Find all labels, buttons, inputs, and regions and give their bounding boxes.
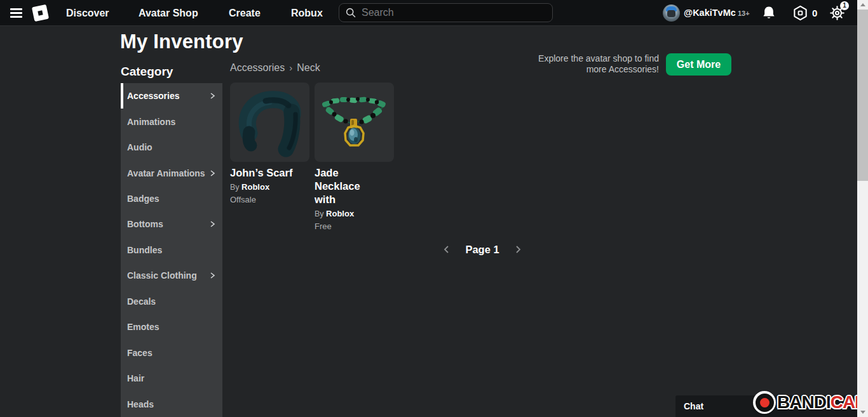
sidebar-item-label: Badges (127, 194, 159, 204)
search-input[interactable] (362, 7, 539, 18)
item-status: Offsale (230, 195, 309, 204)
chevron-right-icon (208, 272, 216, 279)
sidebar-item-label: Avatar Animations (127, 168, 205, 178)
sidebar-item-label: Hair (127, 373, 144, 383)
necklace-image (315, 83, 394, 162)
user-avatar[interactable] (663, 4, 680, 22)
item-thumbnail-jade-necklace[interactable] (315, 83, 394, 162)
item-creator-row: By Roblox (315, 209, 394, 218)
sidebar-item-decals[interactable]: Decals (121, 289, 222, 314)
inventory-item-card: Jade Necklace with By Roblox Free (315, 83, 394, 231)
sidebar-item-badges[interactable]: Badges (121, 186, 222, 211)
sidebar-item-label: Decals (127, 296, 156, 307)
search-icon (345, 7, 356, 18)
sidebar-item-label: Faces (127, 348, 153, 358)
item-name[interactable]: Jade Necklace with (315, 166, 381, 206)
page-title: My Inventory (120, 30, 243, 53)
top-navbar: Discover Avatar Shop Create Robux @KakiT… (0, 0, 868, 26)
settings-notification-badge: 1 (840, 1, 849, 10)
breadcrumb-separator-icon: › (289, 62, 292, 73)
age-badge: 13+ (738, 0, 750, 26)
scroll-up-arrow-icon[interactable] (857, 0, 868, 10)
chevron-right-icon (208, 92, 216, 100)
item-creator-row: By Roblox (230, 182, 309, 192)
scrollbar-thumb[interactable] (857, 10, 868, 181)
sidebar-item-heads[interactable]: Heads (121, 391, 222, 416)
sidebar-item-label: Accessories (127, 91, 180, 101)
creator-link[interactable]: Roblox (241, 182, 269, 192)
sidebar-item-label: Emotes (127, 322, 159, 332)
sidebar-item-label: Audio (127, 142, 153, 152)
sidebar-item-accessories[interactable]: Accessories (121, 83, 222, 109)
chat-title: Chat (684, 401, 703, 411)
nav-link-robux[interactable]: Robux (291, 0, 323, 26)
breadcrumb: Accessories›Neck (230, 62, 320, 74)
sidebar-item-classic-clothing[interactable]: Classic Clothing (121, 263, 222, 288)
robux-balance-icon[interactable] (792, 5, 809, 22)
sidebar-item-hair[interactable]: Hair (121, 366, 222, 391)
item-status: Free (315, 222, 394, 231)
by-label: By (315, 209, 324, 218)
sidebar-item-label: Bundles (127, 245, 162, 255)
robux-count[interactable]: 0 (812, 0, 817, 26)
pagination: Page 1 (442, 240, 523, 259)
sidebar-item-label: Heads (127, 399, 154, 409)
vertical-scrollbar[interactable] (857, 0, 868, 417)
sidebar-item-label: Classic Clothing (127, 270, 197, 281)
sidebar-item-avatar-animations[interactable]: Avatar Animations (121, 160, 222, 185)
username-label[interactable]: @KakiTvMc (684, 0, 736, 26)
search-bar[interactable] (339, 3, 553, 22)
chat-bar[interactable]: Chat (675, 395, 857, 417)
promo-line2: more Accessories! (494, 64, 659, 75)
by-label: By (230, 183, 240, 192)
nav-link-create[interactable]: Create (229, 0, 261, 26)
breadcrumb-accessories[interactable]: Accessories (230, 62, 285, 73)
sidebar-item-faces[interactable]: Faces (121, 340, 222, 366)
item-thumbnail-johns-scarf[interactable] (230, 83, 309, 162)
sidebar-item-emotes[interactable]: Emotes (121, 314, 222, 340)
roblox-logo-icon[interactable] (32, 4, 49, 22)
category-sidebar: Accessories Animations Audio Avatar Anim… (121, 83, 222, 417)
breadcrumb-neck[interactable]: Neck (297, 62, 320, 73)
sidebar-item-bundles[interactable]: Bundles (121, 237, 222, 263)
sidebar-item-audio[interactable]: Audio (121, 135, 222, 160)
chevron-right-icon (208, 220, 216, 228)
sidebar-item-label: Bottoms (127, 219, 163, 229)
page-indicator: Page 1 (465, 244, 499, 256)
item-name[interactable]: John’s Scarf (230, 166, 309, 180)
scroll-down-arrow-icon[interactable] (857, 407, 868, 417)
category-heading: Category (121, 65, 173, 79)
inventory-item-card: John’s Scarf By Roblox Offsale (230, 83, 309, 204)
sidebar-item-bottoms[interactable]: Bottoms (121, 211, 222, 237)
promo-message: Explore the avatar shop to find more Acc… (494, 53, 659, 75)
creator-link[interactable]: Roblox (326, 209, 354, 218)
chevron-right-icon (208, 169, 216, 177)
nav-link-discover[interactable]: Discover (66, 0, 109, 26)
get-more-button[interactable]: Get More (666, 53, 731, 76)
sidebar-item-label: Animations (127, 117, 175, 127)
notifications-bell-icon[interactable] (761, 5, 778, 22)
hamburger-menu-icon[interactable] (10, 8, 22, 18)
promo-line1: Explore the avatar shop to find (494, 53, 659, 64)
scarf-image (230, 83, 309, 162)
nav-link-avatar-shop[interactable]: Avatar Shop (139, 0, 198, 26)
sidebar-item-animations[interactable]: Animations (121, 109, 222, 134)
next-page-icon[interactable] (513, 244, 523, 255)
prev-page-icon[interactable] (442, 244, 452, 255)
